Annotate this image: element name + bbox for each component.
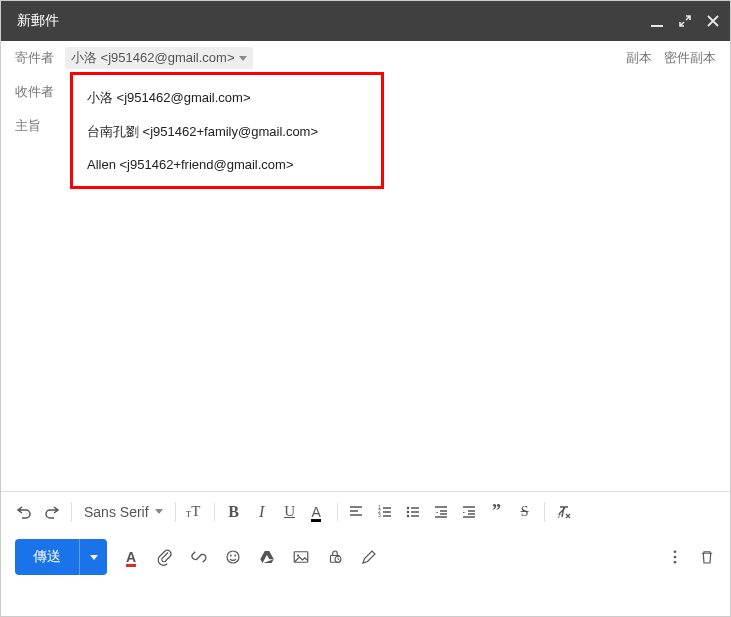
send-button[interactable]: 傳送 (15, 539, 79, 575)
align-button[interactable] (344, 498, 370, 526)
svg-point-17 (674, 561, 677, 564)
indent-more-button[interactable] (456, 498, 482, 526)
font-family-value: Sans Serif (84, 504, 149, 520)
send-bar: 傳送 A (1, 531, 730, 583)
chevron-down-icon (90, 555, 98, 560)
svg-point-6 (406, 514, 409, 517)
close-icon[interactable] (706, 14, 720, 28)
expand-icon[interactable] (678, 14, 692, 28)
quote-button[interactable]: ” (484, 498, 510, 526)
from-row: 寄件者 小洛 <j951462@gmail.com> 副本 密件副本 (1, 41, 730, 75)
from-option[interactable]: Allen <j951462+friend@gmail.com> (73, 149, 381, 180)
image-icon[interactable] (291, 547, 311, 567)
undo-icon[interactable] (11, 498, 37, 526)
trash-icon[interactable] (698, 548, 716, 566)
svg-point-10 (234, 555, 236, 557)
svg-point-8 (227, 551, 239, 563)
send-button-group: 傳送 (15, 539, 107, 575)
underline-button[interactable]: U (277, 498, 303, 526)
italic-button[interactable]: I (249, 498, 275, 526)
svg-text:3: 3 (378, 512, 381, 518)
cc-bcc-links: 副本 密件副本 (626, 49, 716, 67)
strikethrough-button[interactable]: S (512, 498, 538, 526)
svg-point-4 (406, 506, 409, 509)
indent-less-button[interactable] (428, 498, 454, 526)
insert-icons: A (121, 547, 379, 567)
from-selected-value: 小洛 <j951462@gmail.com> (71, 49, 235, 67)
separator (544, 502, 545, 522)
text-format-icon[interactable]: A (121, 547, 141, 567)
from-dropdown-trigger[interactable]: 小洛 <j951462@gmail.com> (65, 47, 253, 69)
pen-icon[interactable] (359, 547, 379, 567)
attach-icon[interactable] (155, 547, 175, 567)
format-toolbar: Sans Serif TT B I U A 123 ” S T (1, 491, 730, 531)
window-controls (650, 14, 720, 28)
numbered-list-button[interactable]: 123 (372, 498, 398, 526)
cc-link[interactable]: 副本 (626, 49, 652, 67)
from-option[interactable]: 台南孔劉 <j951462+family@gmail.com> (73, 115, 381, 149)
from-option[interactable]: 小洛 <j951462@gmail.com> (73, 81, 381, 115)
compose-body[interactable] (1, 143, 730, 491)
more-options-icon[interactable] (666, 548, 684, 566)
minimize-icon[interactable] (650, 14, 664, 28)
drive-icon[interactable] (257, 547, 277, 567)
svg-point-12 (297, 554, 299, 556)
svg-rect-0 (651, 25, 663, 27)
svg-point-9 (230, 555, 232, 557)
titlebar: 新郵件 (1, 1, 730, 41)
separator (214, 502, 215, 522)
svg-point-5 (406, 510, 409, 513)
font-size-icon[interactable]: TT (182, 498, 208, 526)
svg-point-16 (674, 556, 677, 559)
emoji-icon[interactable] (223, 547, 243, 567)
window-title: 新郵件 (11, 12, 650, 30)
text-color-button[interactable]: A (305, 498, 331, 526)
separator (175, 502, 176, 522)
subject-label: 主旨 (15, 117, 65, 135)
chevron-down-icon (155, 509, 163, 514)
svg-text:T: T (557, 512, 562, 520)
svg-point-15 (674, 550, 677, 553)
separator (71, 502, 72, 522)
bcc-link[interactable]: 密件副本 (664, 49, 716, 67)
confidential-icon[interactable] (325, 547, 345, 567)
redo-icon[interactable] (39, 498, 65, 526)
bulleted-list-button[interactable] (400, 498, 426, 526)
separator (337, 502, 338, 522)
chevron-down-icon (239, 56, 247, 61)
link-icon[interactable] (189, 547, 209, 567)
from-label: 寄件者 (15, 49, 65, 67)
from-dropdown-menu: 小洛 <j951462@gmail.com> 台南孔劉 <j951462+fam… (70, 72, 384, 189)
send-button-label: 傳送 (33, 548, 61, 566)
font-family-select[interactable]: Sans Serif (78, 504, 169, 520)
bold-button[interactable]: B (221, 498, 247, 526)
to-label: 收件者 (15, 83, 65, 101)
send-options-button[interactable] (79, 539, 107, 575)
clear-format-button[interactable]: T (551, 498, 577, 526)
